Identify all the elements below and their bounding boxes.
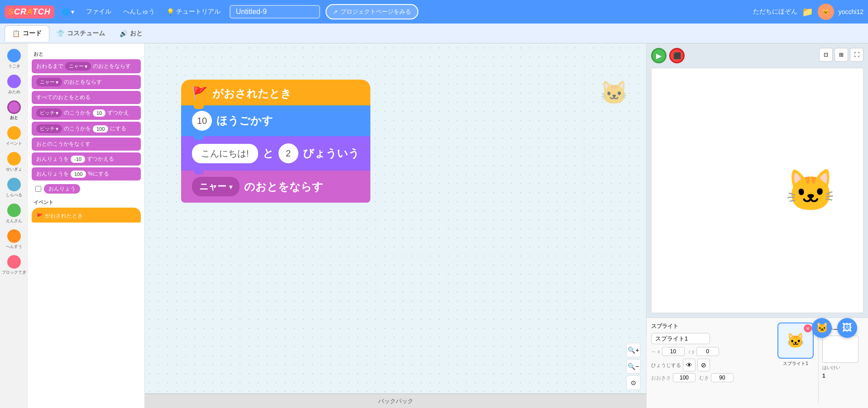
size-input[interactable] [673,373,695,382]
block-play-sound-until-done[interactable]: おわるまで ニャー ▾ のおとをならす [32,59,141,73]
say-seconds-text: びょういう [303,146,360,161]
user-avatar[interactable]: 🐱 [818,4,834,20]
say-seconds-input[interactable]: 2 [278,143,298,163]
tab-code[interactable]: 📋 コード [5,25,49,42]
editor-block-play-sound[interactable]: ニャー ▾ のおとをならす [181,171,370,203]
fullscreen-button[interactable]: ⛶ [850,48,863,62]
category-sensing[interactable]: しらべる [5,176,23,200]
category-control[interactable]: せいぎょ [5,150,23,174]
block-set-volume[interactable]: おんりょうを 100 %にする [32,167,141,180]
category-operators[interactable]: えんざん [5,202,23,226]
zoom-in-button[interactable]: 🔍+ [626,343,641,357]
pitch-value-1[interactable]: 10 [93,109,106,117]
sound-dropdown-2[interactable]: ニャー ▾ [36,78,62,86]
editor-block-move[interactable]: 10 ほうごかす [181,105,370,136]
category-myblocks[interactable]: ブロックてぎ [1,253,27,277]
show-button[interactable]: 👁 [683,359,695,371]
play-sound-dropdown[interactable]: ニャー ▾ [192,177,240,196]
stage-layout-buttons: ⊡ ⊞ ⛶ [819,48,863,62]
editor-block-say[interactable]: こんにちは! と 2 びょういう [181,136,370,171]
pitch-value-2[interactable]: 100 [93,125,108,133]
sound-dropdown-1[interactable]: ニャー ▾ [65,62,91,71]
sound-tab-label: おと [130,29,143,38]
category-motion[interactable]: うごき [6,47,22,71]
block-set-pitch[interactable]: ピッチ ▾ のこうかを 100 にする [32,122,141,136]
green-flag-button[interactable]: ▶ [651,48,667,63]
x-position-input[interactable] [662,347,685,356]
block-stop-all-sounds[interactable]: すべてのおとをとめる [32,91,141,104]
edit-menu-button[interactable]: へんしゅう [119,5,159,19]
sprite-name-input[interactable] [651,333,710,344]
backpack-bar[interactable]: バックパック [145,394,646,408]
project-title-input[interactable] [230,5,320,19]
sprite-cat-icon: 🐱 [786,332,805,349]
project-page-label: プロジェクトページをみる [340,8,411,16]
block-play-sound[interactable]: ニャー ▾ のおとをならす [32,75,141,89]
volume-reporter-block[interactable]: おんりょう [32,182,141,195]
motion-dot [7,49,21,62]
zoom-reset-button[interactable]: ⊙ [626,375,641,390]
code-tab-icon: 📋 [12,30,20,37]
pitch-dropdown-2[interactable]: ピッチ ▾ [36,124,62,133]
avatar-cat-icon: 🐱 [822,9,829,15]
say-text-input[interactable]: こんにちは! [192,144,258,163]
arrows-icon: ↔ [651,349,656,354]
volume-checkbox[interactable] [35,186,41,192]
bg-label: はいけい [822,365,860,371]
block-change-volume[interactable]: おんりょうを -10 ずつかえる [32,152,141,166]
block-clear-sound-effects[interactable]: おとのこうかをなくす [32,138,141,151]
events-section-title: イベント [34,199,141,206]
volume-label: おんりょう [44,184,80,194]
move-steps-input[interactable]: 10 [192,111,212,131]
category-variables[interactable]: へんすう [5,228,23,251]
play-sound-dropdown-text: ニャー [199,180,226,193]
sprite-properties: ↔ x ↕ y [651,347,773,356]
zoom-reset-icon: ⊙ [631,379,636,386]
stage-area: ▶ ⬛ ⊡ ⊞ ⛶ 🐱 [647,43,868,318]
control-label: せいぎょ [6,166,22,172]
sprite-delete-button[interactable]: ✕ [804,324,812,332]
zoom-out-button[interactable]: 🔍− [626,359,641,374]
edit-label: へんしゅう [123,8,155,16]
large-stage-icon: ⊞ [839,52,844,58]
code-editor[interactable]: 🐱 🚩 がおされたとき 10 ほうごかす [145,43,646,408]
stop-icon: ⬛ [673,52,681,59]
editor-block-when-flag[interactable]: 🚩 がおされたとき [181,80,370,105]
tab-costume[interactable]: 👕 コスチューム [49,26,112,41]
tab-sound[interactable]: 🔊 おと [112,26,150,41]
globe-menu-button[interactable]: 🌐 ▾ [57,5,79,18]
large-stage-button[interactable]: ⊞ [834,48,848,62]
add-backdrop-button[interactable]: 🖼 [837,318,857,338]
backpack-label: バックパック [378,397,413,405]
add-sprite-button[interactable]: 🐱 [812,318,832,338]
looks-dot [7,75,21,88]
variables-label: へんすう [6,244,22,250]
nav-right: ただちにほぞん 📁 🐱 yocchi12 [753,4,863,20]
direction-input[interactable] [711,373,734,382]
stage-thumbnail[interactable] [822,336,858,363]
top-navigation: SCRATCH 🌐 ▾ ファイル へんしゅう 💡 チュートリアル ↗ プロジェク… [0,0,868,24]
volume-set-value[interactable]: 100 [71,171,86,178]
project-page-button[interactable]: ↗ プロジェクトページをみる [326,4,418,19]
y-position-input[interactable] [696,347,719,356]
folder-button[interactable]: 📁 [802,6,813,17]
sprite-panel: スプライト ↔ x ↕ y [647,318,868,408]
volume-change-value[interactable]: -10 [71,156,85,163]
block-change-pitch[interactable]: ピッチ ▾ のこうかを 10 ずつかえ [32,106,141,120]
tutorial-button[interactable]: 💡 チュートリアル [162,5,225,19]
small-stage-button[interactable]: ⊡ [819,48,833,62]
y-label: ↕ y [688,349,695,354]
blocks-list: おと おわるまで ニャー ▾ のおとをならす ニャー ▾ のおとをならす すべて… [28,43,144,408]
category-looks[interactable]: みため [6,73,22,97]
stop-button[interactable]: ⬛ [669,48,685,63]
category-events[interactable]: イベント [5,124,23,148]
block-when-flag-clicked[interactable]: 🚩 がおされたとき [32,208,141,223]
sprite-thumbnail-1[interactable]: ✕ 🐱 [777,323,814,359]
file-menu-button[interactable]: ファイル [82,5,116,19]
globe-icon: 🌐 [62,8,69,15]
pitch-dropdown-1[interactable]: ピッチ ▾ [36,109,62,117]
editor-cat-hint: 🐱 [600,80,628,106]
hide-button[interactable]: ⊘ [697,359,710,371]
code-tab-label: コード [23,29,42,38]
category-sound[interactable]: おと [6,99,22,123]
